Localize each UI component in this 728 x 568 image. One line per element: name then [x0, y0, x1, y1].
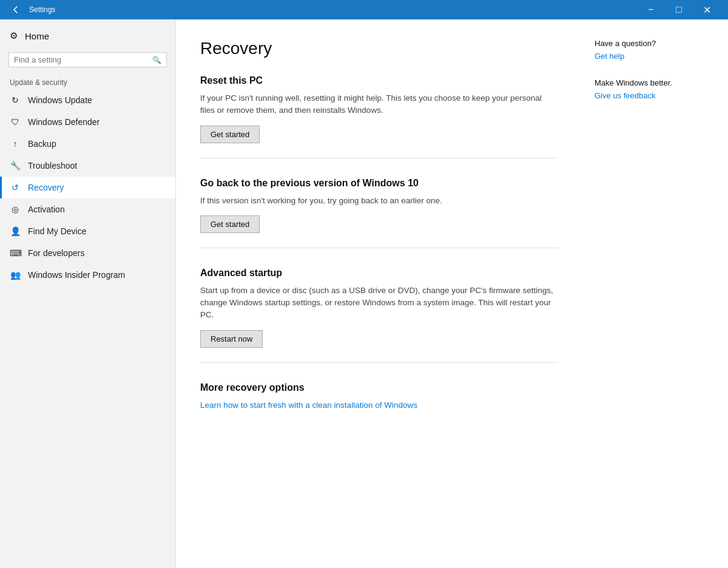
- section-more-recovery: More recovery options Learn how to start…: [200, 382, 558, 426]
- search-icon: 🔍: [152, 56, 161, 64]
- windows-update-icon: ↻: [10, 95, 21, 105]
- for-developers-icon: ⌨: [10, 248, 21, 258]
- question-label: Have a question?: [595, 39, 716, 48]
- sidebar-item-windows-update[interactable]: ↻Windows Update: [0, 89, 175, 111]
- recovery-icon: ↺: [10, 183, 21, 192]
- back-button[interactable]: [7, 1, 24, 18]
- activation-icon: ◎: [10, 205, 21, 214]
- get-help-link[interactable]: Get help: [595, 52, 624, 61]
- sidebar-item-windows-insider[interactable]: 👥Windows Insider Program: [0, 264, 175, 286]
- window-controls: − □ ✕: [637, 0, 721, 19]
- page-title: Recovery: [200, 39, 558, 58]
- sidebar-item-troubleshoot[interactable]: 🔧Troubleshoot: [0, 155, 175, 177]
- sidebar: ⚙ Home 🔍 Update & security ↻Windows Upda…: [0, 19, 176, 568]
- find-my-device-icon: 👤: [10, 226, 21, 236]
- section-reset-pc: Reset this PC If your PC isn't running w…: [200, 75, 558, 158]
- troubleshoot-icon: 🔧: [10, 161, 21, 171]
- home-label: Home: [25, 31, 49, 41]
- give-feedback-link[interactable]: Give us feedback: [595, 91, 655, 100]
- sidebar-item-label-activation: Activation: [28, 205, 65, 214]
- sidebar-item-label-recovery: Recovery: [28, 183, 64, 192]
- windows-defender-icon: 🛡: [10, 117, 21, 127]
- sidebar-item-label-windows-update: Windows Update: [28, 95, 92, 105]
- section-reset-pc-desc: If your PC isn't running well, resetting…: [200, 92, 558, 117]
- app-body: ⚙ Home 🔍 Update & security ↻Windows Upda…: [0, 19, 728, 568]
- sidebar-section-label: Update & security: [0, 72, 175, 89]
- windows-insider-icon: 👥: [10, 270, 21, 280]
- sidebar-item-recovery[interactable]: ↺Recovery: [0, 177, 175, 198]
- home-icon: ⚙: [10, 30, 18, 41]
- section-go-back: Go back to the previous version of Windo…: [200, 178, 558, 248]
- section-reset-pc-title: Reset this PC: [200, 75, 558, 86]
- feedback-block: Make Windows better. Give us feedback: [595, 78, 716, 101]
- sidebar-item-label-windows-defender: Windows Defender: [28, 117, 99, 127]
- section-advanced-startup: Advanced startup Start up from a device …: [200, 268, 558, 363]
- make-better-label: Make Windows better.: [595, 78, 716, 87]
- sidebar-item-label-backup: Backup: [28, 139, 56, 149]
- section-go-back-title: Go back to the previous version of Windo…: [200, 178, 558, 189]
- search-box[interactable]: 🔍: [8, 52, 167, 67]
- restart-now-button[interactable]: Restart now: [200, 330, 263, 348]
- titlebar: Settings − □ ✕: [0, 0, 728, 19]
- sidebar-nav: ↻Windows Update🛡Windows Defender↑Backup🔧…: [0, 89, 175, 286]
- maximize-button[interactable]: □: [665, 0, 693, 19]
- sidebar-item-find-my-device[interactable]: 👤Find My Device: [0, 220, 175, 242]
- sidebar-item-for-developers[interactable]: ⌨For developers: [0, 242, 175, 264]
- sidebar-item-windows-defender[interactable]: 🛡Windows Defender: [0, 111, 175, 133]
- sidebar-item-label-for-developers: For developers: [28, 248, 84, 258]
- section-advanced-title: Advanced startup: [200, 268, 558, 279]
- section-go-back-desc: If this version isn't working for you, t…: [200, 195, 558, 207]
- main-content: Recovery Reset this PC If your PC isn't …: [176, 19, 582, 568]
- section-advanced-desc: Start up from a device or disc (such as …: [200, 285, 558, 322]
- sidebar-item-label-find-my-device: Find My Device: [28, 226, 86, 236]
- sidebar-item-label-troubleshoot: Troubleshoot: [28, 161, 77, 171]
- sidebar-item-home[interactable]: ⚙ Home: [0, 24, 175, 47]
- clean-install-link[interactable]: Learn how to start fresh with a clean in…: [200, 401, 417, 410]
- close-button[interactable]: ✕: [693, 0, 721, 19]
- more-recovery-title: More recovery options: [200, 382, 558, 393]
- help-block: Have a question? Get help: [595, 39, 716, 61]
- sidebar-item-backup[interactable]: ↑Backup: [0, 133, 175, 155]
- go-back-button[interactable]: Get started: [200, 215, 260, 233]
- window-title: Settings: [29, 5, 637, 14]
- reset-pc-button[interactable]: Get started: [200, 126, 260, 143]
- sidebar-item-label-windows-insider: Windows Insider Program: [28, 270, 125, 280]
- right-panel: Have a question? Get help Make Windows b…: [582, 19, 728, 568]
- minimize-button[interactable]: −: [637, 0, 665, 19]
- sidebar-item-activation[interactable]: ◎Activation: [0, 198, 175, 220]
- search-input[interactable]: [14, 55, 149, 64]
- backup-icon: ↑: [10, 139, 21, 149]
